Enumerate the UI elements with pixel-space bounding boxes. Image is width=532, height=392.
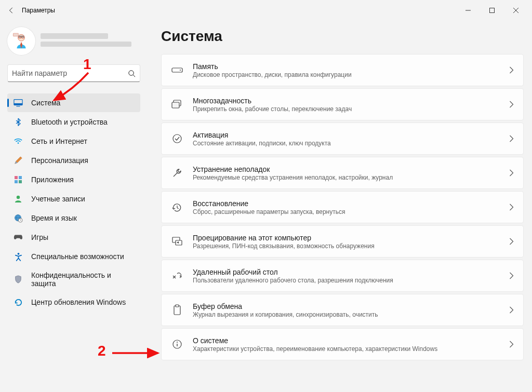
sidebar-item-label: Приложения bbox=[31, 175, 74, 184]
search-icon bbox=[128, 70, 136, 77]
chevron-right-icon bbox=[509, 66, 514, 74]
account-email-redacted bbox=[41, 42, 131, 47]
sidebar-item-label: Персонализация bbox=[31, 156, 88, 165]
shield-icon bbox=[14, 275, 23, 284]
multitask-icon bbox=[170, 99, 184, 110]
bluetooth-icon bbox=[14, 117, 23, 127]
page-title: Система bbox=[161, 28, 524, 45]
card-title: Память bbox=[193, 62, 509, 71]
sidebar-item-system[interactable]: Система bbox=[7, 93, 140, 112]
sidebar-item-label: Центр обновления Windows bbox=[31, 298, 126, 306]
main-content: Система Память Дисковое пространство, ди… bbox=[145, 21, 532, 392]
close-button[interactable] bbox=[504, 3, 528, 18]
card-multitask[interactable]: Многозадачность Прикрепить окна, рабочие… bbox=[161, 88, 524, 120]
remote-desktop-icon bbox=[170, 271, 184, 280]
sidebar-item-personalization[interactable]: Персонализация bbox=[7, 151, 140, 170]
card-subtitle: Разрешения, ПИН-код связывания, возможно… bbox=[193, 242, 509, 250]
chevron-right-icon bbox=[509, 169, 514, 177]
sidebar-item-label: Сеть и Интернет bbox=[31, 137, 87, 145]
account-header[interactable] bbox=[7, 27, 140, 55]
sidebar-item-network[interactable]: Сеть и Интернет bbox=[7, 132, 140, 151]
svg-rect-6 bbox=[13, 33, 18, 36]
accessibility-icon bbox=[14, 252, 23, 261]
svg-point-24 bbox=[180, 70, 181, 71]
svg-rect-31 bbox=[176, 305, 179, 307]
gamepad-icon bbox=[14, 233, 23, 242]
info-icon bbox=[170, 339, 184, 349]
svg-rect-16 bbox=[19, 180, 22, 183]
card-title: Удаленный рабочий стол bbox=[193, 268, 509, 276]
sidebar-item-time[interactable]: Время и язык bbox=[7, 209, 140, 227]
card-remote[interactable]: Удаленный рабочий стол Пользователи удал… bbox=[161, 260, 524, 292]
svg-point-33 bbox=[177, 342, 178, 343]
account-info bbox=[41, 33, 140, 49]
sidebar-item-label: Время и язык bbox=[31, 214, 77, 222]
chevron-right-icon bbox=[509, 238, 514, 245]
sidebar-item-apps[interactable]: Приложения bbox=[7, 170, 140, 189]
svg-rect-10 bbox=[14, 103, 22, 105]
svg-point-17 bbox=[17, 196, 20, 199]
window-title: Параметры bbox=[22, 7, 456, 14]
svg-rect-26 bbox=[172, 102, 179, 108]
brush-icon bbox=[14, 156, 23, 165]
clipboard-icon bbox=[170, 304, 184, 316]
card-storage[interactable]: Память Дисковое пространство, диски, пра… bbox=[161, 54, 524, 86]
back-button[interactable] bbox=[4, 7, 19, 14]
chevron-right-icon bbox=[509, 101, 514, 108]
sidebar-item-accounts[interactable]: Учетные записи bbox=[7, 190, 140, 208]
globe-clock-icon bbox=[14, 213, 23, 223]
maximize-button[interactable] bbox=[480, 3, 504, 18]
card-subtitle: Рекомендуемые средства устранения непола… bbox=[193, 174, 509, 181]
minimize-button[interactable] bbox=[456, 3, 480, 18]
card-recovery[interactable]: Восстановление Сброс, расширенные параме… bbox=[161, 191, 524, 223]
sidebar-item-label: Учетные записи bbox=[31, 195, 85, 203]
title-bar: Параметры bbox=[0, 0, 532, 21]
card-title: Буфер обмена bbox=[193, 302, 509, 310]
update-icon bbox=[14, 298, 23, 307]
card-troubleshoot[interactable]: Устранение неполадок Рекомендуемые средс… bbox=[161, 157, 524, 189]
svg-line-8 bbox=[133, 75, 135, 77]
sidebar-item-accessibility[interactable]: Специальные возможности bbox=[7, 247, 140, 266]
svg-rect-1 bbox=[490, 8, 495, 13]
chevron-right-icon bbox=[509, 341, 514, 348]
sidebar-item-update[interactable]: Центр обновления Windows bbox=[7, 293, 140, 312]
sidebar-item-label: Bluetooth и устройства bbox=[31, 118, 108, 126]
sidebar-item-gaming[interactable]: Игры bbox=[7, 228, 140, 247]
projecting-icon bbox=[170, 236, 184, 247]
svg-rect-14 bbox=[19, 176, 22, 179]
sidebar-item-privacy[interactable]: Конфиденциальность и защита bbox=[7, 266, 140, 292]
card-clipboard[interactable]: Буфер обмена Журнал вырезания и копирова… bbox=[161, 294, 524, 326]
card-subtitle: Прикрепить окна, рабочие столы, переключ… bbox=[193, 105, 509, 113]
card-about[interactable]: О системе Характеристики устройства, пер… bbox=[161, 328, 524, 360]
card-subtitle: Пользователи удаленного рабочего стола, … bbox=[193, 277, 509, 284]
card-activation[interactable]: Активация Состояние активации, подписки,… bbox=[161, 123, 524, 155]
chevron-right-icon bbox=[509, 135, 514, 142]
sidebar-item-bluetooth[interactable]: Bluetooth и устройства bbox=[7, 113, 140, 131]
search-box[interactable] bbox=[7, 64, 140, 82]
apps-icon bbox=[14, 175, 23, 184]
check-circle-icon bbox=[170, 133, 184, 144]
system-icon bbox=[14, 98, 23, 107]
card-subtitle: Журнал вырезания и копирования, синхрони… bbox=[193, 311, 509, 318]
sidebar-item-label: Специальные возможности bbox=[31, 252, 124, 261]
card-subtitle: Сброс, расширенные параметры запуска, ве… bbox=[193, 208, 509, 215]
card-title: Восстановление bbox=[193, 199, 509, 208]
chevron-right-icon bbox=[509, 272, 514, 279]
card-subtitle: Характеристики устройства, переименовани… bbox=[193, 345, 509, 353]
svg-point-22 bbox=[17, 252, 19, 254]
card-title: Устранение неполадок bbox=[193, 165, 509, 173]
settings-list: Память Дисковое пространство, диски, пра… bbox=[161, 54, 524, 360]
storage-icon bbox=[170, 66, 184, 74]
card-title: Проецирование на этот компьютер bbox=[193, 234, 509, 242]
wrench-icon bbox=[170, 168, 184, 178]
card-title: Многозадачность bbox=[193, 97, 509, 105]
card-projecting[interactable]: Проецирование на этот компьютер Разрешен… bbox=[161, 225, 524, 258]
nav: Система Bluetooth и устройства Сеть и Ин… bbox=[7, 93, 140, 312]
search-input[interactable] bbox=[12, 69, 128, 77]
person-icon bbox=[14, 194, 23, 204]
svg-rect-15 bbox=[15, 180, 18, 183]
svg-rect-13 bbox=[15, 176, 18, 179]
account-name-redacted bbox=[41, 33, 108, 39]
card-subtitle: Дисковое пространство, диски, правила ко… bbox=[193, 71, 509, 78]
svg-point-27 bbox=[173, 134, 181, 143]
